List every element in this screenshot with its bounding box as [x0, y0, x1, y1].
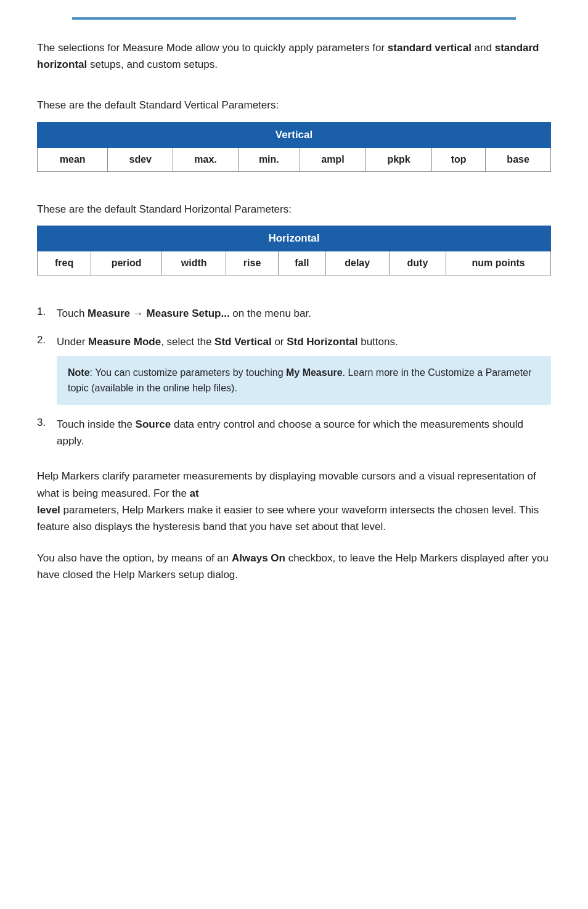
intro-text2: and	[472, 42, 495, 54]
horizontal-col-period: period	[91, 251, 162, 275]
horizontal-table-section: These are the default Standard Horizonta…	[37, 202, 551, 276]
horizontal-header-cell: Horizontal	[38, 226, 551, 251]
note-box: Note: You can customize parameters by to…	[57, 356, 551, 405]
step1-bold2: Measure Setup...	[147, 308, 230, 319]
step-1-content: Touch Measure → Measure Setup... on the …	[57, 305, 311, 322]
step2-text-middle2: or	[272, 336, 287, 348]
vertical-table: Vertical mean sdev max. min. ampl pkpk t…	[37, 122, 551, 172]
horizontal-col-numpoints: num points	[446, 251, 551, 275]
horizontal-col-delay: delay	[325, 251, 389, 275]
body1-bold2: level	[37, 504, 60, 516]
step3-bold1: Source	[136, 418, 171, 430]
body2-text1: You also have the option, by means of an	[37, 552, 232, 564]
steps-list: 1. Touch Measure → Measure Setup... on t…	[37, 305, 551, 449]
step-3-content: Touch inside the Source data entry contr…	[57, 416, 551, 449]
horizontal-data-row: freq period width rise fall delay duty n…	[38, 251, 551, 275]
intro-text1: The selections for Measure Mode allow yo…	[37, 42, 388, 54]
horizontal-col-duty: duty	[389, 251, 446, 275]
vertical-col-max: max.	[173, 147, 239, 171]
body1-text3: parameters, Help Markers make it easier …	[37, 504, 539, 532]
step1-arrow: →	[130, 308, 146, 319]
note-bold2: My Measure	[286, 367, 343, 378]
step2-bold3: Std Horizontal	[287, 336, 357, 348]
step-2: 2. Under Measure Mode, select the Std Ve…	[37, 333, 551, 405]
step1-bold1: Measure	[88, 308, 130, 319]
vertical-header-row: Vertical	[38, 122, 551, 147]
vertical-col-mean: mean	[38, 147, 108, 171]
step-2-number: 2.	[37, 333, 57, 346]
step-3-number: 3.	[37, 416, 57, 429]
vertical-col-pkpk: pkpk	[366, 147, 432, 171]
body2-bold1: Always On	[232, 552, 285, 564]
horizontal-section-label: These are the default Standard Horizonta…	[37, 202, 551, 218]
note-bold: Note	[68, 367, 90, 378]
intro-paragraph: The selections for Measure Mode allow yo…	[37, 39, 551, 73]
step1-text-after: on the menu bar.	[230, 308, 311, 319]
horizontal-col-freq: freq	[38, 251, 91, 275]
step-1-number: 1.	[37, 305, 57, 318]
intro-text3: setups, and custom setups.	[87, 59, 218, 70]
step2-text-middle: , select the	[161, 336, 214, 348]
vertical-header-cell: Vertical	[38, 122, 551, 147]
vertical-section-label: These are the default Standard Vertical …	[37, 97, 551, 113]
vertical-col-sdev: sdev	[108, 147, 173, 171]
horizontal-header-row: Horizontal	[38, 226, 551, 251]
body-paragraph-1: Help Markers clarify parameter measureme…	[37, 468, 551, 535]
step1-text-before: Touch	[57, 308, 88, 319]
horizontal-col-fall: fall	[278, 251, 325, 275]
note-text: : You can customize parameters by touchi…	[90, 367, 286, 378]
body-paragraph-2: You also have the option, by means of an…	[37, 550, 551, 583]
vertical-col-ampl: ampl	[300, 147, 365, 171]
step2-bold2: Std Vertical	[214, 336, 272, 348]
vertical-data-row: mean sdev max. min. ampl pkpk top base	[38, 147, 551, 171]
step2-bold1: Measure Mode	[88, 336, 161, 348]
step2-text-after: buttons.	[357, 336, 398, 348]
vertical-table-section: These are the default Standard Vertical …	[37, 97, 551, 172]
horizontal-col-rise: rise	[226, 251, 279, 275]
vertical-col-top: top	[432, 147, 486, 171]
horizontal-table: Horizontal freq period width rise fall d…	[37, 226, 551, 275]
step2-text-before: Under	[57, 336, 88, 348]
step-2-content: Under Measure Mode, select the Std Verti…	[57, 333, 551, 405]
body1-bold1: at	[190, 487, 199, 499]
step3-text-before: Touch inside the	[57, 418, 136, 430]
body1-text1: Help Markers clarify parameter measureme…	[37, 470, 536, 499]
vertical-col-min: min.	[238, 147, 300, 171]
step-1: 1. Touch Measure → Measure Setup... on t…	[37, 305, 551, 322]
vertical-col-base: base	[486, 147, 551, 171]
intro-bold1: standard vertical	[388, 42, 472, 54]
step-3: 3. Touch inside the Source data entry co…	[37, 416, 551, 449]
horizontal-col-width: width	[162, 251, 226, 275]
